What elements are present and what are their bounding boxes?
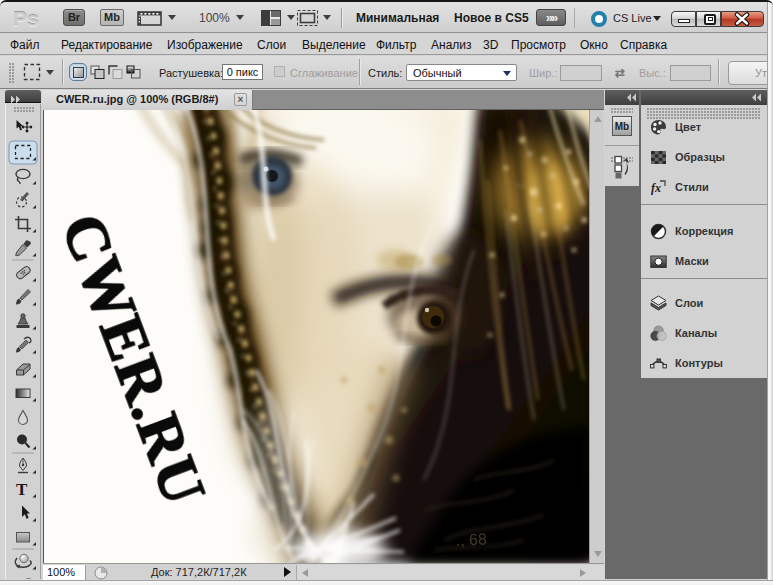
svg-text:fx: fx (651, 181, 661, 195)
svg-text:T: T (16, 480, 28, 499)
svg-text:., 68: ., 68 (455, 530, 487, 549)
